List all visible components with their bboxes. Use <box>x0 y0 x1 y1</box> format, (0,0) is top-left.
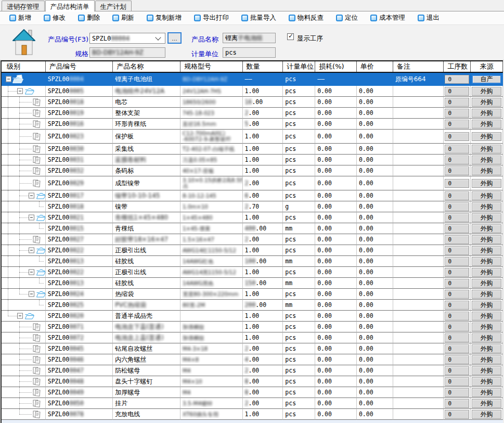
column-header-计量单位[interactable]: 计量单位 <box>283 61 315 72</box>
source-box[interactable]: 外购 <box>472 213 501 222</box>
table-row[interactable]: SPZL000020普通半成品壳1.00pcs0.000.000外购 <box>2 311 503 322</box>
table-row[interactable]: SPZL000013硅胶线14AWG黑色150.00mm0.000.000外购 <box>2 278 503 289</box>
tab-生产计划[interactable]: 生产计划 <box>95 1 132 11</box>
column-header-产品名称[interactable]: 产品名称 <box>113 61 180 72</box>
source-box[interactable]: 外购 <box>472 132 501 141</box>
tree-expand-box[interactable] <box>17 313 23 319</box>
table-row[interactable]: SPZL000045钻尾自攻螺丝M4-3×182.00pcs0.000.000外… <box>2 343 503 354</box>
table-row[interactable]: SPZL000018电芯18650/260016.00pcs0.000.000外… <box>2 97 503 108</box>
tree-expand-box[interactable] <box>29 193 34 199</box>
tree-expand-box[interactable] <box>6 76 11 82</box>
table-row[interactable]: SPZL000030采集线T2-402-07-白端子线1.00pcs0.000.… <box>2 144 503 155</box>
source-box[interactable]: 外购 <box>472 279 501 288</box>
table-row[interactable]: SPZL000049加厚螺母M48.00pcs0.000.000外购 <box>2 387 503 398</box>
column-header-工序数[interactable]: 工序数 <box>444 61 471 72</box>
source-box[interactable]: 外购 <box>472 145 501 153</box>
source-box[interactable]: 外购 <box>472 224 501 233</box>
table-row[interactable]: SPZL000004锂离子电池组BD-DBY12AH-9Z——pcs——原编号6… <box>2 73 503 86</box>
table-row[interactable]: SPZL000016环形青稞纸直径16.5mm5.00pcs0.000.000外… <box>2 119 503 130</box>
source-box[interactable]: 外购 <box>472 334 501 342</box>
table-row[interactable]: SPZL000032条码标40×17-亚银1.00pcs0.000.000外购 <box>2 165 503 176</box>
source-box[interactable]: 外购 <box>472 166 501 175</box>
table-row[interactable]: SPZL000048盘头十字螺钉M4×108.00pcs0.000.000外购 <box>2 376 503 387</box>
source-box[interactable]: 外购 <box>472 202 501 211</box>
source-box[interactable]: 外购 <box>472 87 501 96</box>
table-row[interactable]: SPZL000027好胶带18×16×471.5×16×472.00pcs0.0… <box>2 234 503 245</box>
table-row[interactable]: SPZL000031蓝膜卷材料万圣0.05×851.00pcs0.000.000… <box>2 155 503 165</box>
source-box[interactable]: 外购 <box>472 109 501 118</box>
table-row[interactable]: SPZL000005电池组件24V12A24V12AH-7HS1.00pcs0.… <box>2 86 503 97</box>
toolbar-button-复制新增[interactable]: 复制新增 <box>147 14 182 22</box>
source-box[interactable]: 外购 <box>472 268 501 277</box>
table-row[interactable]: SPZL000021青稞纸1×45×4801×45×4801.00pcs0.00… <box>2 212 503 223</box>
column-header-规格型号[interactable]: 规格型号 <box>180 61 243 72</box>
table-row[interactable]: SPZL000072电池盒上盖(普通)加强横纹1.00pcs0.000.000外… <box>2 332 503 343</box>
source-box[interactable]: 外购 <box>472 399 501 408</box>
table-row[interactable]: SPZL000071电池盒下盖(普通)加强横纹1.00pcs0.000.000外… <box>2 322 503 332</box>
source-box[interactable]: 外购 <box>472 235 501 244</box>
table-row[interactable]: SPZL000029成型镍带3.10×0.15拱桥2高8.5打点2.00pcs0… <box>2 176 503 190</box>
product-name-field[interactable]: 锂离子电池组 <box>223 33 276 43</box>
source-box[interactable]: 外购 <box>472 156 501 164</box>
column-header-来源[interactable]: 来源 <box>471 61 503 72</box>
table-row[interactable]: SPZL000025PVC热缩袋80宽-2M200.00mm0.000.000外… <box>2 300 503 311</box>
table-row[interactable]: SPZL000017镍带10-10-1458-10-12-1456.00pcs0… <box>2 190 503 201</box>
table-row[interactable]: SPZL000078充放电线XT60插头专用1.00pcs0.000.000外购 <box>2 409 503 420</box>
source-box[interactable]: 外购 <box>472 344 501 353</box>
source-box[interactable]: 外购 <box>472 366 501 375</box>
table-row[interactable]: SPZL000018镍带1.0m×102.70g0.000.000外购 <box>2 201 503 212</box>
table-row[interactable]: SPZL000022正极引出线AWG14黑1150-5/121.00pcs0.0… <box>2 267 503 278</box>
column-header-损耗(%)[interactable]: 损耗(%) <box>315 61 357 72</box>
table-row[interactable]: SPZL000024热缩袋宽度80-300×220mm1.00pcs0.000.… <box>2 289 503 300</box>
tree-expand-box[interactable] <box>29 291 34 297</box>
toolbar-button-删除[interactable]: 删除 <box>78 14 100 22</box>
table-row[interactable]: SPZL000023保护板C12-700mA同口-60072-9-菱形玻纤1.0… <box>2 130 503 144</box>
source-box[interactable]: 外购 <box>472 388 501 397</box>
source-box[interactable]: 自产 <box>472 75 501 84</box>
table-row[interactable]: SPZL000015青稞纸1×45-馍黄400.00mm0.000.000外购 <box>2 223 503 234</box>
table-row[interactable]: SPZL000047防松螺母M42.00pcs0.000.000外购 <box>2 365 503 376</box>
source-box[interactable]: 外购 <box>472 377 501 386</box>
tree-expand-box[interactable] <box>29 270 34 275</box>
toolbar-button-修改[interactable]: 修改 <box>44 14 66 22</box>
show-process-checkbox[interactable] <box>287 33 294 40</box>
tab-进销存管理[interactable]: 进销存管理 <box>2 1 45 11</box>
table-row[interactable]: SPZL000019整体支架745-18-0232.00pcs0.000.000… <box>2 108 503 119</box>
source-box[interactable]: 外购 <box>472 98 501 107</box>
source-box[interactable]: 外购 <box>472 191 501 200</box>
source-box[interactable]: 外购 <box>472 410 501 419</box>
spec-field[interactable]: BD-DBY12AH-9Z <box>89 47 165 58</box>
column-header-单价[interactable]: 单价 <box>357 61 393 72</box>
toolbar-button-退出[interactable]: 退出 <box>418 14 440 22</box>
toolbar-button-刷新[interactable]: 刷新 <box>112 14 134 22</box>
column-header-数量[interactable]: 数量 <box>243 61 283 72</box>
source-box[interactable]: 外购 <box>472 301 501 310</box>
product-code-combo[interactable]: SPZL000004 <box>89 33 165 44</box>
column-header-产品编号[interactable]: 产品编号 <box>46 61 113 72</box>
source-box[interactable]: 外购 <box>472 290 501 299</box>
source-box[interactable]: 外购 <box>472 179 501 188</box>
column-header-备注[interactable]: 备注 <box>393 61 444 72</box>
table-row[interactable]: SPZL000022正极引出线AWG14红1150-5/121.00pcs0.0… <box>2 245 503 256</box>
table-row[interactable]: SPZL000050挂片3.5-M4镀锌2.00pcs0.000.000外购 <box>2 398 503 409</box>
source-box[interactable]: 外购 <box>472 355 501 364</box>
tree-expand-box[interactable] <box>29 215 34 221</box>
tab-产品结构清单[interactable]: 产品结构清单 <box>45 0 95 11</box>
browse-button[interactable]: ... <box>167 32 182 44</box>
source-box[interactable]: 外购 <box>472 323 501 331</box>
toolbar-button-导出打印[interactable]: 导出打印 <box>194 14 229 22</box>
toolbar-button-批量导入[interactable]: 批量导入 <box>241 14 276 22</box>
source-box[interactable]: 外购 <box>472 246 501 255</box>
source-box[interactable]: 外购 <box>472 257 501 266</box>
source-box[interactable]: 外购 <box>472 312 501 321</box>
toolbar-button-新增[interactable]: 新增 <box>9 14 31 22</box>
table-row[interactable]: SPZL000013硅胶线14AWG红色100.00mm0.000.000外购 <box>2 256 503 267</box>
table-row[interactable]: SPZL000046内六角螺丝M4×84.00pcs0.000.000外购 <box>2 354 503 365</box>
toolbar-button-定位[interactable]: 定位 <box>336 14 358 22</box>
source-box[interactable]: 外购 <box>472 120 501 129</box>
toolbar-button-物料反查[interactable]: 物料反查 <box>289 14 324 22</box>
toolbar-button-成本管理[interactable]: 成本管理 <box>370 14 405 22</box>
unit-field[interactable]: pcs <box>223 47 276 58</box>
tree-expand-box[interactable] <box>17 88 23 94</box>
tree-expand-box[interactable] <box>29 248 34 253</box>
